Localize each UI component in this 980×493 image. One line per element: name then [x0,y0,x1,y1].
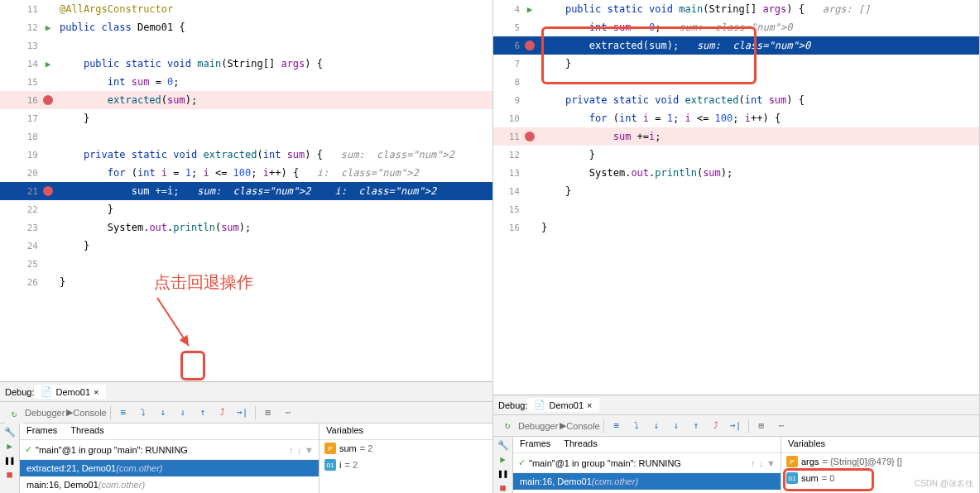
run-icon[interactable]: ▶ [46,22,51,33]
code-line[interactable]: 16 extracted(sum); [0,91,492,109]
code-line[interactable]: 12▶public class Demo01 { [0,18,492,36]
step-out-icon[interactable]: ↑ [194,404,212,422]
evaluate-icon[interactable]: ⊞ [752,417,771,435]
stack-frame[interactable]: main:16, Demo01 (com.other) [20,476,319,493]
step-into-icon[interactable]: ↓ [154,404,172,422]
more-icon[interactable]: ⋯ [772,417,790,435]
code-line[interactable]: 24 } [0,237,492,255]
stack-frame[interactable]: extracted:21, Demo01 (com.other) [20,460,319,476]
code-line[interactable]: 25 [0,255,492,273]
run-icon[interactable]: ▶ [527,4,533,15]
code-line[interactable]: 15 [493,200,979,218]
code-line[interactable]: 19 private static void extracted(int sum… [0,146,492,164]
filter-icon[interactable]: ▼ [305,445,314,455]
drop-frame-icon[interactable]: ⤴ [707,417,725,435]
code-line[interactable]: 14 } [493,182,979,200]
code-line[interactable]: 7 } [493,55,979,73]
debugger-tab[interactable]: Debugger [518,417,558,435]
step-over-icon[interactable]: ⤵ [134,404,152,422]
step-out-icon[interactable]: ↑ [687,417,705,435]
thread-dropdown[interactable]: ✓"main"@1 in group "main": RUNNING ↑↓▼ [513,453,781,473]
pause-icon[interactable]: ❚❚ [497,468,508,479]
code-line[interactable]: 4▶ public static void main(String[] args… [493,0,979,18]
variable-row[interactable]: Pargs = {String[0]@479} [] [781,453,979,470]
watermark: CSDN @张名佳 [915,478,973,490]
code-line[interactable]: 11 sum +=i; [493,127,979,146]
stop-icon[interactable]: ■ [7,469,12,480]
force-step-icon[interactable]: ⇓ [174,404,192,422]
force-step-icon[interactable]: ⇓ [667,417,685,435]
code-line[interactable]: 9 private static void extracted(int sum)… [493,91,979,109]
console-tab[interactable]: ▶ Console [66,404,106,422]
debugger-tab[interactable]: Debugger [25,404,65,422]
debug-tab[interactable]: 📄 Demo01 × [34,385,105,399]
step-into-icon[interactable]: ↓ [647,417,665,435]
pause-icon[interactable]: ❚❚ [4,455,15,466]
annotation-text: 点击回退操作 [154,271,253,294]
rerun-icon[interactable]: ↻ [498,417,516,435]
more-icon[interactable]: ⋯ [279,404,297,422]
code-line[interactable]: 20 for (int i = 1; i <= 100; i++) { i: c… [0,164,492,182]
resume-icon[interactable]: ▶ [500,454,506,465]
run-cursor-icon[interactable]: →| [233,404,252,422]
code-line[interactable]: 13 System.out.println(sum); [493,164,979,182]
code-line[interactable]: 15 int sum = 0; [0,73,492,91]
thread-dropdown[interactable]: ✓"main"@1 in group "main": RUNNING ↑↓▼ [20,440,319,460]
breakpoint-icon[interactable] [43,95,53,105]
variable-row[interactable]: Psum = 2 [319,440,492,457]
breakpoint-icon[interactable] [525,41,535,50]
debug-body: 🔧 ▶ ❚❚ ■ Frames Threads ✓"main"@1 in gro… [0,424,492,493]
frames-label: Frames [520,438,550,451]
breakpoint-icon[interactable] [525,132,535,141]
code-line[interactable]: 21 sum +=i; sum: class="num">2 i: class=… [0,182,492,200]
code-line[interactable]: 16} [493,218,979,237]
debug-label: Debug: [498,400,527,410]
stop-icon[interactable]: ■ [500,482,506,493]
code-line[interactable]: 22 } [0,200,492,218]
show-exec-icon[interactable]: ≡ [114,404,132,422]
step-over-icon[interactable]: ⤵ [627,417,646,435]
drop-frame-icon[interactable]: ⤴ [214,404,232,422]
left-panel: 11@AllArgsConstructor12▶public class Dem… [0,0,493,493]
rerun-icon[interactable]: ↻ [5,405,23,424]
frames-label: Frames [26,425,57,438]
code-line[interactable]: 8 [493,73,979,91]
wrench-icon[interactable]: 🔧 [497,440,509,451]
code-line[interactable]: 14▶ public static void main(String[] arg… [0,55,492,73]
code-line[interactable]: 5 int sum = 0; sum: class="num">0 [493,18,979,36]
code-line[interactable]: 18 [0,127,492,146]
breakpoint-icon[interactable] [43,186,53,196]
frames-area: Frames Threads ✓"main"@1 in group "main"… [20,424,319,493]
evaluate-icon[interactable]: ⊞ [259,404,277,422]
debug-tabs: Debug: 📄 Demo01 × [0,382,492,402]
highlight-box-left [180,351,205,381]
code-line[interactable]: 6 extracted(sum); sum: class="num">0 [493,36,979,55]
code-line[interactable]: 12 } [493,146,979,164]
up-icon[interactable]: ↑ [289,445,294,455]
wrench-icon[interactable]: 🔧 [4,427,16,438]
code-line[interactable]: 17 } [0,109,492,127]
variables-label: Variables [319,424,492,440]
run-icon[interactable]: ▶ [46,59,51,69]
threads-label[interactable]: Threads [70,425,103,438]
code-editor-left[interactable]: 11@AllArgsConstructor12▶public class Dem… [0,0,492,381]
code-line[interactable]: 23 System.out.println(sum); [0,218,492,237]
resume-icon[interactable]: ▶ [7,441,12,452]
show-exec-icon[interactable]: ≡ [608,417,626,435]
right-panel: 4▶ public static void main(String[] args… [493,0,980,493]
down-icon[interactable]: ↓ [297,445,302,455]
debug-panel-left: Debug: 📄 Demo01 × ↻ Debugger ▶ Console ≡… [0,381,492,493]
variables-area: Variables Psum = 201i = 2 [319,424,492,493]
debug-tab[interactable]: 📄 Demo01 × [527,398,598,412]
console-tab[interactable]: ▶ Console [560,417,599,435]
debug-side-toolbar: 🔧 ▶ ❚❚ ■ [0,424,20,493]
variable-row[interactable]: 01i = 2 [319,457,492,473]
code-line[interactable]: 11@AllArgsConstructor [0,0,492,18]
code-line[interactable]: 10 for (int i = 1; i <= 100; i++) { [493,109,979,127]
debug-panel-right: Debug: 📄 Demo01 × ↻ Debugger ▶ Console ≡… [493,395,979,493]
threads-label[interactable]: Threads [564,438,597,451]
code-editor-right[interactable]: 4▶ public static void main(String[] args… [493,0,979,395]
run-cursor-icon[interactable]: →| [727,417,745,435]
code-line[interactable]: 13 [0,36,492,55]
stack-frame[interactable]: main:16, Demo01 (com.other) [513,473,781,490]
